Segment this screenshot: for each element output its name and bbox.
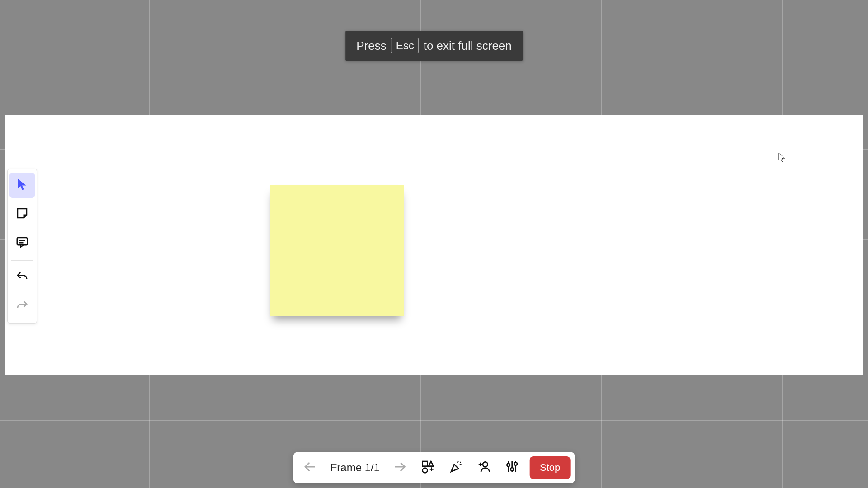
esc-key-badge: Esc	[391, 38, 419, 53]
redo-button[interactable]	[9, 294, 35, 319]
svg-line-11	[460, 465, 462, 465]
svg-line-10	[458, 461, 459, 463]
prev-frame-button[interactable]	[298, 455, 322, 480]
arrow-right-icon	[393, 460, 407, 476]
sticky-note-icon	[15, 206, 29, 222]
svg-marker-6	[429, 461, 434, 466]
toast-text-before: Press	[356, 39, 386, 53]
shapes-icon	[421, 460, 435, 476]
toolbar-divider	[11, 260, 33, 261]
undo-button[interactable]	[9, 265, 35, 291]
redo-icon	[15, 299, 29, 314]
svg-line-12	[460, 462, 461, 462]
svg-point-7	[423, 468, 428, 473]
settings-button[interactable]	[500, 455, 524, 480]
svg-point-17	[507, 464, 510, 467]
toast-text-after: to exit full screen	[424, 39, 512, 53]
frame-counter: Frame 1/1	[326, 461, 384, 474]
confetti-icon	[449, 460, 463, 476]
reactions-button[interactable]	[444, 455, 468, 480]
sliders-icon	[505, 460, 519, 476]
add-user-icon	[477, 460, 491, 476]
comment-icon	[15, 235, 29, 251]
select-tool[interactable]	[9, 173, 35, 198]
presentation-control-bar: Frame 1/1 Stop	[293, 452, 575, 483]
cursor-icon	[15, 178, 29, 193]
svg-rect-5	[423, 461, 428, 466]
sticky-note[interactable]	[270, 185, 404, 316]
shapes-button[interactable]	[416, 455, 440, 480]
arrow-left-icon	[303, 460, 317, 476]
svg-point-19	[511, 468, 514, 471]
undo-icon	[15, 270, 29, 286]
comment-tool[interactable]	[9, 230, 35, 256]
svg-rect-0	[17, 238, 28, 245]
svg-point-13	[483, 462, 488, 467]
next-frame-button[interactable]	[388, 455, 412, 480]
fullscreen-exit-toast: Press Esc to exit full screen	[345, 31, 523, 61]
stop-button[interactable]: Stop	[530, 456, 570, 479]
svg-point-21	[514, 462, 518, 465]
side-toolbar	[7, 169, 37, 324]
sticky-note-tool[interactable]	[9, 202, 35, 227]
canvas[interactable]	[5, 115, 863, 375]
add-participant-button[interactable]	[472, 455, 496, 480]
